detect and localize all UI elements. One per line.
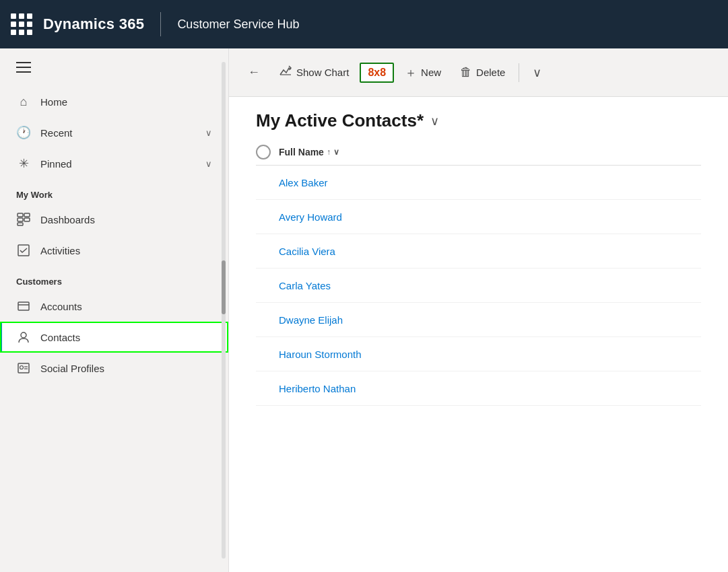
sidebar-scrollbar[interactable] <box>222 62 226 559</box>
sidebar-nav: ⌂ Home 🕐 Recent ∨ ✳ Pinned ∨ My Work <box>0 81 228 389</box>
table-row[interactable]: Dwayne Elijah <box>256 303 701 337</box>
home-icon: ⌂ <box>16 94 31 109</box>
show-chart-button[interactable]: Show Chart <box>271 59 357 86</box>
svg-rect-3 <box>24 218 30 221</box>
table-row[interactable]: Haroun Stormonth <box>256 337 701 371</box>
svg-point-8 <box>21 332 26 338</box>
show-chart-label: Show Chart <box>296 67 349 78</box>
sidebar-item-contacts-label: Contacts <box>40 332 212 343</box>
table-row[interactable]: Avery Howard <box>256 200 701 234</box>
column-header-fullname-label: Full Name <box>279 147 324 157</box>
sidebar-item-recent[interactable]: 🕐 Recent ∨ <box>0 117 228 148</box>
main-layout: ⌂ Home 🕐 Recent ∨ ✳ Pinned ∨ My Work <box>0 48 728 572</box>
sidebar-scroll-thumb <box>222 260 226 314</box>
contact-name-link[interactable]: Cacilia Viera <box>279 246 335 257</box>
sort-filter-icon[interactable]: ∨ <box>333 147 339 157</box>
select-all-checkbox[interactable] <box>256 145 271 159</box>
svg-rect-0 <box>18 213 23 217</box>
activities-icon <box>16 243 31 258</box>
contact-list: Full Name ↑ ∨ Alex Baker Avery Howard Ca… <box>229 139 728 572</box>
svg-rect-2 <box>18 218 23 221</box>
sidebar-item-dashboards[interactable]: Dashboards <box>0 204 228 235</box>
toolbar-divider <box>519 63 519 82</box>
table-row[interactable]: Cacilia Viera <box>256 234 701 269</box>
delete-label: Delete <box>476 67 505 78</box>
sidebar-item-pinned[interactable]: ✳ Pinned ∨ <box>0 148 228 179</box>
contact-name-link[interactable]: Dwayne Elijah <box>279 314 343 326</box>
delete-button[interactable]: 🗑 Delete <box>452 60 513 85</box>
sidebar-item-accounts[interactable]: Accounts <box>0 291 228 322</box>
svg-rect-1 <box>24 213 30 217</box>
sidebar-item-activities-label: Activities <box>40 245 212 256</box>
hamburger-button[interactable] <box>13 59 34 75</box>
sidebar-item-dashboards-label: Dashboards <box>40 214 212 225</box>
dashboards-icon <box>16 212 31 227</box>
toolbar: ← Show Chart 8x8 ＋ New 🗑 Del <box>229 48 728 97</box>
contact-name-link[interactable]: Carla Yates <box>279 280 331 291</box>
new-label: New <box>421 67 441 78</box>
sidebar-item-accounts-label: Accounts <box>40 301 212 312</box>
view-title: My Active Contacts* <box>256 110 424 131</box>
accounts-icon <box>16 299 31 314</box>
social-profiles-icon <box>16 361 31 376</box>
plus-icon: ＋ <box>405 65 417 81</box>
row-checkbox[interactable] <box>256 278 271 293</box>
back-icon: ← <box>248 65 260 79</box>
sidebar-item-home[interactable]: ⌂ Home <box>0 86 228 117</box>
view-header: My Active Contacts* ∨ <box>229 97 728 139</box>
sidebar-item-contacts[interactable]: Contacts <box>0 322 228 353</box>
new-button[interactable]: ＋ New <box>397 59 449 86</box>
row-checkbox[interactable] <box>256 347 271 361</box>
contact-name-link[interactable]: Alex Baker <box>279 177 328 188</box>
top-bar: Dynamics 365 Customer Service Hub <box>0 0 728 48</box>
table-row[interactable]: Carla Yates <box>256 269 701 303</box>
trash-icon: 🗑 <box>460 65 472 79</box>
sidebar: ⌂ Home 🕐 Recent ∨ ✳ Pinned ∨ My Work <box>0 48 229 572</box>
contact-name-link[interactable]: Avery Howard <box>279 211 342 223</box>
customers-section-header: Customers <box>0 266 228 291</box>
more-button[interactable]: ∨ <box>525 60 550 85</box>
clock-icon: 🕐 <box>16 125 31 140</box>
view-title-chevron-icon[interactable]: ∨ <box>430 114 439 129</box>
svg-rect-4 <box>18 223 23 225</box>
contact-name-link[interactable]: Heriberto Nathan <box>279 383 356 394</box>
row-checkbox[interactable] <box>256 312 271 327</box>
chevron-down-icon: ∨ <box>205 159 212 169</box>
row-checkbox[interactable] <box>256 381 271 396</box>
row-checkbox[interactable] <box>256 244 271 258</box>
topbar-divider <box>160 12 161 36</box>
pin-icon: ✳ <box>16 156 31 171</box>
back-button[interactable]: ← <box>240 60 268 85</box>
sidebar-top <box>0 48 228 81</box>
sidebar-item-social-profiles-label: Social Profiles <box>40 363 212 374</box>
contact-name-link[interactable]: Haroun Stormonth <box>279 349 362 360</box>
row-checkbox[interactable] <box>256 175 271 190</box>
app-title: Dynamics 365 <box>43 15 144 33</box>
chevron-down-icon: ∨ <box>205 128 212 138</box>
my-work-section-header: My Work <box>0 179 228 204</box>
contacts-icon <box>16 330 31 345</box>
list-header: Full Name ↑ ∨ <box>256 139 701 166</box>
chart-icon <box>279 64 292 81</box>
svg-rect-6 <box>18 302 29 310</box>
row-checkbox[interactable] <box>256 209 271 224</box>
sidebar-item-pinned-label: Pinned <box>40 158 196 170</box>
table-row[interactable]: Heriberto Nathan <box>256 371 701 406</box>
sidebar-item-social-profiles[interactable]: Social Profiles <box>0 353 228 384</box>
column-header-fullname[interactable]: Full Name ↑ ∨ <box>279 147 339 157</box>
sidebar-item-activities[interactable]: Activities <box>0 235 228 266</box>
grid-badge[interactable]: 8x8 <box>360 63 394 83</box>
chevron-down-icon: ∨ <box>533 65 541 80</box>
app-subtitle: Customer Service Hub <box>177 17 299 32</box>
sidebar-item-recent-label: Recent <box>40 127 196 139</box>
svg-point-10 <box>20 366 24 369</box>
svg-rect-5 <box>18 245 29 256</box>
apps-icon[interactable] <box>11 13 32 35</box>
sidebar-item-home-label: Home <box>40 96 212 108</box>
table-row[interactable]: Alex Baker <box>256 166 701 200</box>
sort-asc-icon: ↑ <box>327 147 331 157</box>
content-area: ← Show Chart 8x8 ＋ New 🗑 Del <box>229 48 728 572</box>
